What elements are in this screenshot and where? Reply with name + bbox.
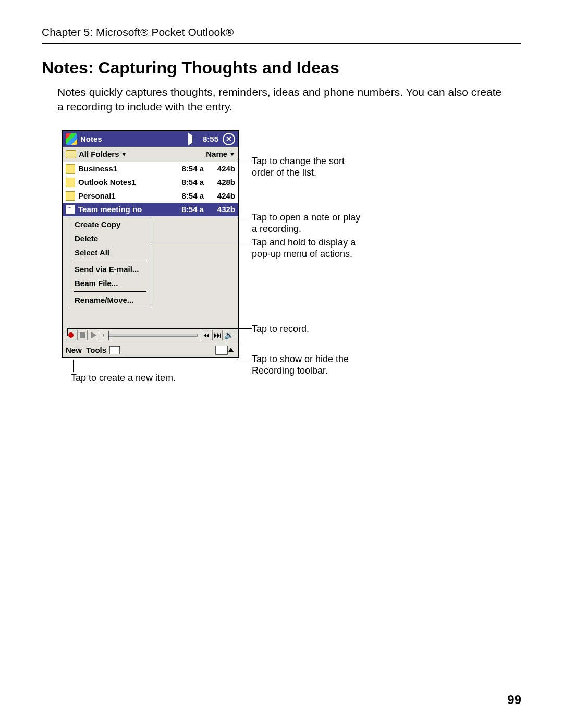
menu-select-all[interactable]: Select All [69, 245, 151, 260]
chevron-down-icon: ▼ [121, 151, 127, 157]
menu-rename-move[interactable]: Rename/Move... [69, 293, 151, 307]
app-title: Notes [80, 134, 102, 143]
menu-send-email[interactable]: Send via E-mail... [69, 262, 151, 276]
menu-separator [74, 261, 146, 261]
callout-sort: Tap to change the sort order of the list… [252, 155, 361, 179]
window-titlebar: Notes 8:55 ✕ [63, 131, 238, 147]
menu-create-copy[interactable]: Create Copy [69, 217, 151, 231]
clock: 8:55 [203, 134, 218, 143]
list-item[interactable]: Business1 8:54 a 424b [63, 162, 238, 176]
forward-button[interactable]: ⏭ [212, 330, 223, 340]
menu-delete[interactable]: Delete [69, 231, 151, 245]
context-menu: Create Copy Delete Select All Send via E… [69, 217, 151, 307]
callout-record: Tap to record. [252, 323, 356, 335]
recording-toolbar: ⏮ ⏭ 🔉 [63, 327, 238, 343]
note-size: 424b [204, 164, 235, 173]
note-icon [66, 191, 75, 201]
callout-new-item: Tap to create a new item. [71, 372, 191, 384]
menu-separator [74, 291, 146, 292]
toolbar-toggle-icon[interactable] [109, 346, 120, 354]
note-time: 8:54 a [167, 191, 204, 200]
chevron-down-icon: ▼ [229, 151, 235, 157]
note-time: 8:54 a [167, 205, 204, 214]
folder-dropdown[interactable]: All Folders [79, 150, 119, 158]
folder-icon [66, 150, 76, 158]
intro-paragraph: Notes quickly captures thoughts, reminde… [57, 85, 506, 115]
callout-show-toolbar: Tap to show or hide the Recording toolba… [252, 353, 366, 377]
speaker-icon[interactable] [188, 133, 200, 145]
note-size: 428b [204, 178, 235, 187]
list-item[interactable]: Outlook Notes1 8:54 a 428b [63, 176, 238, 189]
stop-button[interactable] [77, 330, 88, 340]
menu-bar: New Tools [63, 343, 238, 357]
progress-slider[interactable] [103, 334, 198, 337]
chapter-header: Chapter 5: Microsoft® Pocket Outlook® [42, 26, 521, 39]
close-icon[interactable]: ✕ [223, 133, 235, 145]
folder-bar: All Folders ▼ Name ▼ [63, 147, 238, 162]
note-time: 8:54 a [167, 178, 204, 187]
note-time: 8:54 a [167, 164, 204, 173]
note-name: Personal1 [78, 191, 167, 200]
note-name: Outlook Notes1 [78, 178, 167, 187]
page-number: 99 [507, 693, 521, 707]
start-flag-icon[interactable] [66, 133, 77, 145]
divider [42, 43, 521, 44]
list-item[interactable]: Personal1 8:54 a 424b [63, 189, 238, 203]
menu-new[interactable]: New [66, 346, 82, 354]
note-name: Business1 [78, 164, 167, 173]
play-button[interactable] [89, 330, 99, 340]
sort-dropdown[interactable]: Name [206, 150, 227, 158]
menu-beam-file[interactable]: Beam File... [69, 276, 151, 290]
keyboard-icon[interactable] [215, 346, 228, 355]
notes-list: Business1 8:54 a 424b Outlook Notes1 8:5… [63, 162, 238, 216]
note-icon [66, 178, 75, 187]
section-heading: Notes: Capturing Thoughts and Ideas [42, 58, 521, 78]
note-name: Team meeting no [78, 205, 167, 214]
note-size: 432b [204, 205, 235, 214]
rewind-button[interactable]: ⏮ [201, 330, 211, 340]
callout-open: Tap to open a note or play a recording. [252, 212, 366, 235]
menu-tools[interactable]: Tools [86, 346, 106, 354]
callout-hold: Tap and hold to display a pop-up menu of… [252, 237, 372, 260]
list-item-selected[interactable]: Team meeting no 8:54 a 432b [63, 203, 238, 216]
note-size: 424b [204, 191, 235, 200]
device-screenshot: Notes 8:55 ✕ All Folders ▼ Name ▼ Busine… [62, 130, 239, 358]
recording-icon [66, 205, 75, 214]
note-icon [66, 164, 75, 174]
volume-button[interactable]: 🔉 [224, 330, 234, 340]
